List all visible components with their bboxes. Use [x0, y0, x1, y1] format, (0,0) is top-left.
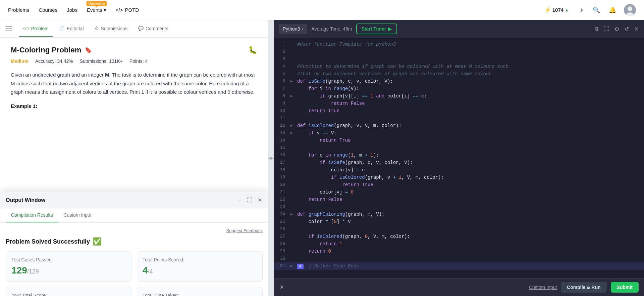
code-area[interactable]: 1#User function Template for python3234#…: [274, 38, 644, 278]
custom-input-tab[interactable]: Custom Input: [58, 208, 97, 222]
code-line: 2: [274, 48, 644, 55]
editor-bottom-left: ☀: [279, 284, 284, 291]
tab-submissions[interactable]: ⏱ Submissions: [91, 21, 131, 37]
line-arrow-icon: ▶: [290, 129, 296, 137]
code-line: 6▶def isSafe(graph, c, v, color, V):: [274, 78, 644, 85]
expand-button[interactable]: ⛶: [246, 197, 253, 204]
code-line: 29 return 0: [274, 248, 644, 255]
nav-right: ⚡ 1074 ▲ ☽ 🔍 🔔: [544, 4, 636, 16]
line-number: 27: [274, 233, 290, 240]
code-line: 18 color[v] = c: [274, 166, 644, 174]
line-content: color[v] = 0: [296, 188, 644, 196]
line-number: 21: [274, 188, 290, 196]
line-content: def graphColoring(graph, m, V):: [296, 211, 644, 218]
theme-toggle-icon[interactable]: ☀: [279, 284, 284, 291]
settings-icon[interactable]: ⚙: [614, 26, 619, 32]
line-number: 6: [274, 78, 290, 85]
compilation-results-tab[interactable]: Compilation Results: [6, 208, 58, 222]
line-content: return 1: [296, 240, 644, 248]
nav-events[interactable]: Upcoming Events ▾: [87, 7, 106, 13]
bookmark-icon[interactable]: 🔖: [85, 46, 92, 54]
line-number: 15: [274, 144, 290, 152]
toolbar-right: ⧉ ⛶ ⚙ ↺ ✕: [595, 26, 639, 32]
line-number: 14: [274, 137, 290, 144]
problem-tabs: </> Problem 📄 Editorial ⏱ Submissions 💬 …: [0, 20, 268, 38]
points-value: 4/4: [143, 265, 257, 276]
compile-run-button[interactable]: Compile & Run: [561, 282, 606, 293]
line-number: 5: [274, 70, 290, 78]
code-line: 26: [274, 225, 644, 233]
submit-button[interactable]: Submit: [611, 282, 639, 293]
streak-up-icon: ▲: [565, 8, 569, 12]
chevron-down-icon: ▾: [104, 7, 106, 13]
time-card: Total Time Taken:: [137, 287, 263, 296]
close-button[interactable]: ✕: [257, 196, 263, 204]
nav-courses[interactable]: Courses: [39, 7, 57, 13]
close-editor-icon[interactable]: ✕: [634, 26, 639, 32]
code-line: 9 return False: [274, 100, 644, 107]
editor-toolbar: Python3 ▾ Average Time: 45m Start Timer …: [274, 20, 644, 38]
minimize-button[interactable]: −: [238, 197, 242, 204]
success-text: Problem Solved Successfully: [6, 238, 90, 245]
copy-icon[interactable]: ⧉: [595, 26, 598, 32]
search-icon[interactable]: 🔍: [592, 5, 601, 15]
nav-problems[interactable]: Problems: [8, 7, 29, 13]
line-number: 2: [274, 48, 290, 55]
code-line: 21 color[v] = 0: [274, 188, 644, 196]
line-number: 12: [274, 122, 290, 129]
suggest-feedback-link[interactable]: Suggest Feedback: [6, 228, 263, 233]
tab-submissions-label: Submissions: [101, 26, 127, 31]
fullscreen-icon[interactable]: ⛶: [604, 26, 609, 32]
code-line: 11: [274, 115, 644, 122]
bug-icon[interactable]: 🐛: [248, 46, 257, 54]
code-line: 16 for c in range(1, m + 1):: [274, 152, 644, 159]
line-content: return True: [296, 107, 644, 115]
notifications-icon[interactable]: 🔔: [608, 5, 617, 15]
code-line: 4#Function to determine if graph can be …: [274, 63, 644, 70]
test-cases-card: Test Cases Passed: 129/129: [6, 251, 131, 282]
bolt-icon: ⚡: [544, 7, 551, 13]
points-label: Total Points Scored:: [143, 257, 257, 262]
avatar-image: [624, 4, 636, 16]
line-number: 30: [274, 255, 290, 262]
problem-description: Given an undirected graph and an integer…: [11, 71, 257, 96]
code-line: 19 if isColored(graph, v + 1, V, m, colo…: [274, 174, 644, 181]
upcoming-badge: Upcoming: [86, 1, 107, 6]
example-title: Example 1:: [11, 103, 257, 109]
score-label: Your Total Score:: [11, 293, 126, 296]
nav-jobs[interactable]: Jobs: [67, 7, 77, 13]
language-selector[interactable]: Python3 ▾: [279, 24, 307, 34]
start-timer-button[interactable]: Start Timer ▶: [356, 24, 397, 34]
points-card: Total Points Scored: 4/4: [137, 251, 263, 282]
problem-title: M-Coloring Problem 🔖: [11, 46, 92, 54]
tab-comments-label: Comments: [146, 26, 168, 31]
tab-problem[interactable]: </> Problem: [19, 21, 53, 37]
line-content: #Function to determine if graph can be c…: [296, 63, 644, 70]
top-navigation: Problems Courses Jobs Upcoming Events ▾ …: [0, 0, 644, 20]
line-content: return False: [296, 100, 644, 107]
tab-editorial[interactable]: 📄 Editorial: [55, 21, 88, 37]
custom-input-link[interactable]: Custom Input: [529, 285, 557, 290]
panel-divider[interactable]: [268, 20, 274, 296]
line-content: def isColored(graph, v, V, m, color):: [296, 122, 644, 129]
problem-title-row: M-Coloring Problem 🔖 🐛: [11, 46, 257, 54]
code-line: 13▶ if v == V:: [274, 129, 644, 137]
line-content: #User function Template for python3: [296, 41, 644, 48]
timer-play-icon: ▶: [388, 26, 392, 32]
line-arrow-icon: ▶: [290, 211, 296, 218]
output-window: Output Window − ⛶ ✕ Compilation Results …: [0, 192, 268, 296]
code-line: 28 return 1: [274, 240, 644, 248]
accuracy-stat: Accuracy: 34.42%: [35, 58, 73, 64]
test-cases-label: Test Cases Passed:: [11, 257, 126, 262]
reset-icon[interactable]: ↺: [625, 26, 629, 32]
line-number: 17: [274, 159, 290, 166]
tab-comments[interactable]: 💬 Comments: [134, 21, 172, 37]
nav-potd[interactable]: </> POTD: [116, 7, 139, 13]
user-avatar[interactable]: [624, 4, 636, 16]
editor-bottom-bar: ☀ Custom Input Compile & Run Submit: [274, 278, 644, 296]
code-line: 17 if isSafe(graph, c, v, color, V):: [274, 159, 644, 166]
menu-icon[interactable]: [5, 27, 12, 31]
line-content: color = [0] * V: [296, 218, 644, 225]
code-line: 30: [274, 255, 644, 262]
dark-mode-toggle[interactable]: ☽: [576, 5, 585, 15]
